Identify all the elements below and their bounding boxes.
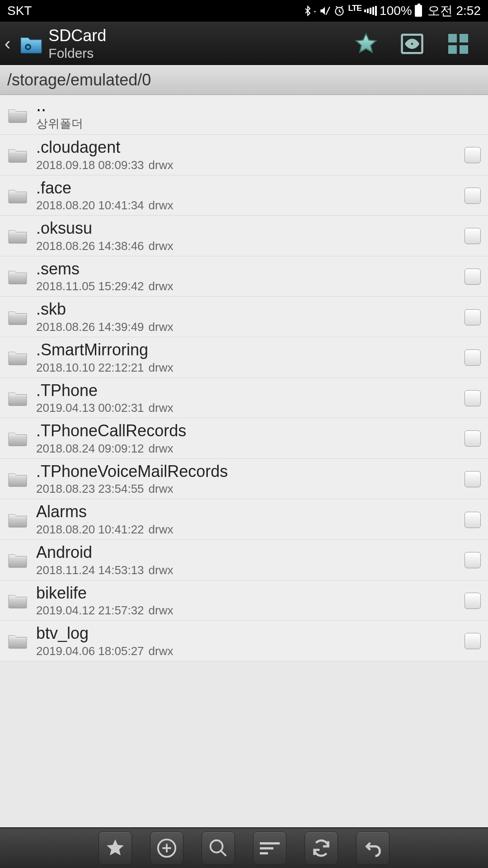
search-button[interactable] <box>202 831 235 865</box>
folder-row[interactable]: Android 2018.11.24 14:53:13drwx <box>0 540 488 580</box>
view-button[interactable] <box>399 31 425 57</box>
svg-point-5 <box>410 42 414 46</box>
folder-row[interactable]: .cloudagent 2018.09.18 08:09:33drwx <box>0 135 488 175</box>
add-button[interactable] <box>150 831 183 865</box>
file-list: .. 상위폴더 .cloudagent 2018.09.18 08:09:33d… <box>0 95 488 661</box>
battery-percent: 100% <box>380 4 412 18</box>
folder-name: .sems <box>36 260 460 278</box>
select-checkbox[interactable] <box>465 228 481 244</box>
svg-point-3 <box>27 45 30 48</box>
select-checkbox[interactable] <box>465 471 481 487</box>
folder-name: .skb <box>36 300 460 318</box>
folder-name: .SmartMirroring <box>36 341 460 359</box>
folder-icon <box>7 227 28 245</box>
folder-meta: 2019.04.06 18:05:27drwx <box>36 644 460 658</box>
status-bar: SKT · LTE 100% 오전 2:52 <box>0 0 488 22</box>
folder-name: .oksusu <box>36 219 460 237</box>
mute-icon <box>319 5 331 17</box>
carrier-label: SKT <box>7 4 302 18</box>
select-checkbox[interactable] <box>465 633 481 649</box>
folder-icon <box>7 187 28 204</box>
folder-row[interactable]: .sems 2018.11.05 15:29:42drwx <box>0 256 488 297</box>
status-icons: · LTE 100% 오전 2:52 <box>302 2 481 19</box>
folder-name: .cloudagent <box>36 138 460 156</box>
select-checkbox[interactable] <box>465 512 481 528</box>
select-checkbox[interactable] <box>465 269 481 285</box>
select-checkbox[interactable] <box>465 309 481 326</box>
folder-icon <box>7 430 28 447</box>
path-bar[interactable]: /storage/emulated/0 <box>0 65 488 95</box>
folder-row[interactable]: .TPhoneCallRecords 2018.08.24 09:09:12dr… <box>0 418 488 459</box>
folder-row[interactable]: .face 2018.08.20 10:41:34drwx <box>0 175 488 216</box>
folder-meta: 2018.08.24 09:09:12drwx <box>36 442 460 456</box>
folder-row[interactable]: .skb 2018.08.26 14:39:49drwx <box>0 297 488 337</box>
app-header: ‹ SDCard Folders <box>0 22 488 65</box>
bluetooth-icon: · <box>302 4 316 18</box>
folder-icon <box>7 592 28 609</box>
refresh-button[interactable] <box>305 831 338 865</box>
folder-name: .face <box>36 179 460 197</box>
grid-icon <box>448 34 468 54</box>
folder-icon <box>7 511 28 528</box>
clock: 오전 2:52 <box>427 2 481 19</box>
select-checkbox[interactable] <box>465 147 481 163</box>
network-type: LTE <box>348 4 361 13</box>
folder-meta: 2018.09.18 08:09:33drwx <box>36 158 460 172</box>
folder-name: bikelife <box>36 584 460 602</box>
folder-row[interactable]: .TPhoneVoiceMailRecords 2018.08.23 23:54… <box>0 459 488 500</box>
sort-icon <box>260 842 280 854</box>
back-action-button[interactable] <box>356 831 389 865</box>
folder-meta: 2018.08.20 10:41:34drwx <box>36 198 460 212</box>
folder-name: .. <box>36 99 481 111</box>
back-button[interactable]: ‹ <box>5 33 14 54</box>
app-icon <box>19 33 44 54</box>
folder-icon <box>7 471 28 488</box>
folder-name: .TPhoneCallRecords <box>36 422 460 440</box>
parent-folder-row[interactable]: .. 상위폴더 <box>0 95 488 135</box>
select-checkbox[interactable] <box>465 552 481 568</box>
folder-name: Android <box>36 543 460 561</box>
folder-row[interactable]: btv_log 2019.04.06 18:05:27drwx <box>0 621 488 661</box>
folder-icon <box>7 107 28 124</box>
bottom-toolbar <box>0 827 488 868</box>
favorite-action-button[interactable] <box>99 831 132 865</box>
battery-icon <box>415 5 422 17</box>
svg-line-0 <box>326 7 330 14</box>
folder-row[interactable]: .TPhone 2019.04.13 00:02:31drwx <box>0 378 488 419</box>
folder-meta: 2018.08.26 14:38:46drwx <box>36 239 460 253</box>
folder-icon <box>7 390 28 407</box>
folder-name: .TPhone <box>36 382 460 400</box>
folder-row[interactable]: Alarms 2018.08.20 10:41:22drwx <box>0 499 488 540</box>
folder-name: Alarms <box>36 503 460 521</box>
folder-icon <box>7 349 28 366</box>
folder-name: .TPhoneVoiceMailRecords <box>36 462 460 481</box>
select-checkbox[interactable] <box>465 188 481 204</box>
folder-meta: 2018.08.26 14:39:49drwx <box>36 320 460 334</box>
folder-icon <box>7 146 28 164</box>
folder-row[interactable]: bikelife 2019.04.12 21:57:32drwx <box>0 580 488 621</box>
folder-meta: 2018.10.10 22:12:21drwx <box>36 361 460 375</box>
folder-meta: 2018.11.05 15:29:42drwx <box>36 279 460 293</box>
app-title: SDCard <box>48 27 353 45</box>
folder-icon <box>7 632 28 650</box>
select-checkbox[interactable] <box>465 390 481 406</box>
select-checkbox[interactable] <box>465 349 481 366</box>
svg-point-7 <box>211 840 223 853</box>
folder-icon <box>7 268 28 285</box>
folder-icon <box>7 552 28 569</box>
parent-folder-label: 상위폴더 <box>36 116 481 132</box>
alarm-icon <box>333 5 345 17</box>
grid-view-button[interactable] <box>446 31 471 57</box>
folder-meta: 2018.11.24 14:53:13drwx <box>36 563 460 577</box>
folder-meta: 2018.08.23 23:54:55drwx <box>36 482 460 496</box>
folder-row[interactable]: .oksusu 2018.08.26 14:38:46drwx <box>0 216 488 256</box>
select-checkbox[interactable] <box>465 430 481 447</box>
favorite-button[interactable] <box>353 31 379 57</box>
folder-icon <box>7 309 28 326</box>
select-checkbox[interactable] <box>465 593 481 609</box>
folder-meta: 2019.04.12 21:57:32drwx <box>36 604 460 618</box>
folder-name: btv_log <box>36 624 460 642</box>
folder-row[interactable]: .SmartMirroring 2018.10.10 22:12:21drwx <box>0 337 488 378</box>
sort-button[interactable] <box>253 831 286 865</box>
folder-meta: 2018.08.20 10:41:22drwx <box>36 523 460 537</box>
